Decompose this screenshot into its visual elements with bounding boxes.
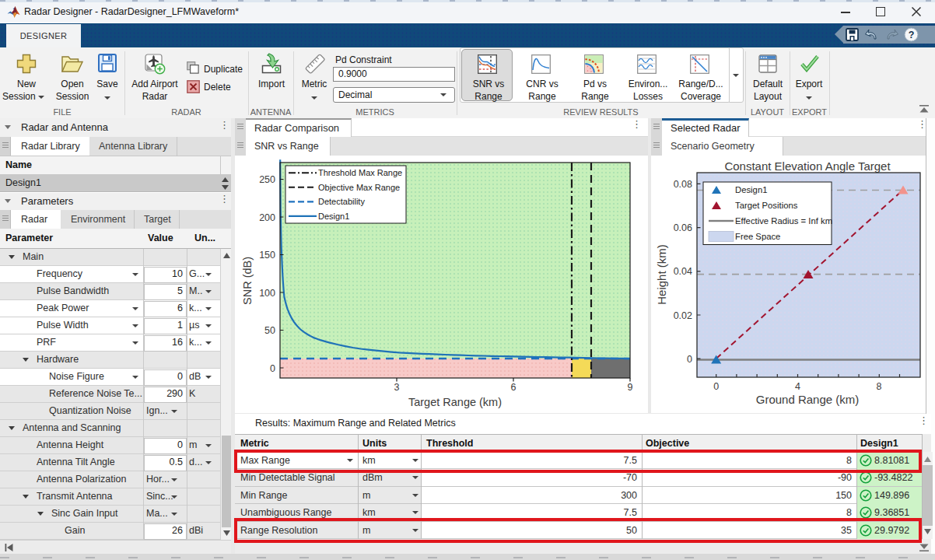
svg-text:SNR (dB): SNR (dB) — [241, 257, 254, 305]
svg-text:Design1: Design1 — [318, 212, 349, 221]
svg-text:0.06: 0.06 — [674, 222, 692, 233]
svg-text:8: 8 — [877, 381, 882, 392]
svg-text:6: 6 — [511, 382, 517, 393]
svg-text:?: ? — [909, 30, 915, 40]
svg-text:0.08: 0.08 — [674, 179, 692, 190]
svg-text:Design1: Design1 — [735, 185, 767, 194]
svg-text:0: 0 — [270, 363, 275, 374]
svg-text:3: 3 — [394, 382, 400, 393]
svg-text:Ground Range (km): Ground Range (km) — [756, 393, 860, 406]
svg-text:Target Positions: Target Positions — [735, 201, 798, 210]
svg-text:150: 150 — [259, 250, 275, 261]
svg-text:0: 0 — [713, 381, 719, 392]
svg-text:Detectability: Detectability — [318, 197, 365, 206]
svg-text:4: 4 — [795, 381, 800, 392]
svg-text:Threshold Max Range: Threshold Max Range — [318, 168, 402, 177]
svg-text:0.04: 0.04 — [674, 266, 692, 277]
svg-text:9: 9 — [628, 382, 633, 393]
svg-text:Target Range (km): Target Range (km) — [408, 396, 502, 408]
svg-text:200: 200 — [259, 212, 275, 223]
svg-text:Free Space: Free Space — [735, 232, 780, 241]
svg-text:250: 250 — [259, 174, 275, 185]
svg-text:50: 50 — [264, 325, 275, 336]
svg-text:0.02: 0.02 — [674, 310, 692, 321]
svg-text:Constant Elevation Angle Targe: Constant Elevation Angle Target — [724, 159, 891, 173]
svg-text:Height (km): Height (km) — [655, 244, 668, 305]
svg-text:Objective Max Range: Objective Max Range — [318, 183, 400, 192]
svg-text:100: 100 — [259, 288, 275, 299]
svg-text:Effective Radius = Inf km: Effective Radius = Inf km — [735, 216, 832, 226]
svg-text:0: 0 — [687, 354, 692, 365]
